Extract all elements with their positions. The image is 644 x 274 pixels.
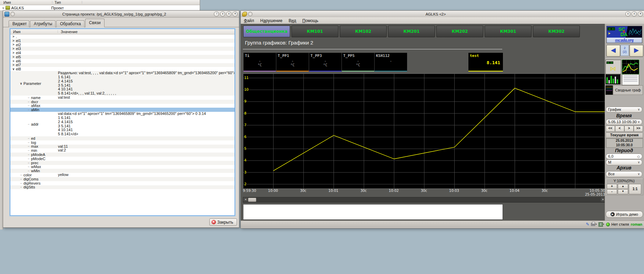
tree-row-el2[interactable]: >el2 bbox=[10, 43, 235, 47]
close-button[interactable]: ✕ Закрыть bbox=[209, 218, 237, 226]
tab-связи[interactable]: Связи bbox=[85, 19, 105, 27]
window-menu-icon[interactable] bbox=[248, 12, 252, 16]
legend-cell-ti[interactable]: Ti-°C bbox=[244, 53, 276, 71]
scroll-left-icon[interactable]: ◂ bbox=[243, 197, 248, 202]
tree-row-wMax[interactable]: −wMax bbox=[10, 165, 235, 169]
tree-row-pModeC[interactable]: −pModeC bbox=[10, 157, 235, 161]
station-tab-км201[interactable]: КМ201 bbox=[388, 26, 435, 37]
summary-graphs-button[interactable]: Сводные граф bbox=[613, 85, 643, 95]
expander-closed-icon[interactable]: > bbox=[12, 43, 15, 46]
window-menu-icon[interactable] bbox=[10, 12, 15, 16]
menu-файл[interactable]: Файл bbox=[241, 18, 257, 23]
shift-down-button[interactable]: ▼ bbox=[618, 189, 628, 194]
tree-row-digComs[interactable]: −digComs bbox=[10, 177, 235, 181]
one-to-one-button[interactable]: 1:1 bbox=[629, 184, 641, 194]
play-demo-button[interactable]: ▶ Играть демо bbox=[606, 211, 643, 218]
station-tab-км102[interactable]: КМ102 bbox=[340, 26, 387, 37]
tree-row-digRevers[interactable]: −digRevers bbox=[10, 181, 235, 185]
tree-row-el7[interactable]: >el7 bbox=[10, 63, 235, 67]
archive-select[interactable]: Все ∨ bbox=[606, 171, 642, 177]
prev-page-button[interactable]: ◀ bbox=[606, 45, 620, 57]
legend-cell-t_pp5[interactable]: T_PP5-°C bbox=[342, 53, 375, 71]
chart-horizontal-scrollbar[interactable]: ◂ ▸ bbox=[243, 197, 606, 203]
message-strip[interactable] bbox=[243, 204, 503, 220]
tree-row-addr[interactable]: −addrval:data:<d s="1" aprox="1" tm="136… bbox=[10, 112, 235, 136]
menu-нарушение[interactable]: Нарушение bbox=[257, 18, 286, 23]
runtime-titlebar[interactable]: AGLKS <2> ∨∧✕ bbox=[241, 11, 644, 18]
expander-closed-icon[interactable]: > bbox=[12, 59, 15, 63]
station-tab-общестанционка[interactable]: Общестанционка bbox=[243, 26, 290, 37]
tree-row-min[interactable]: −minval:2 bbox=[10, 148, 235, 153]
style-brush-icon[interactable]: ✎ bbox=[586, 222, 589, 227]
legend-cell-t_pp3[interactable]: T_PP3-°C bbox=[309, 53, 342, 71]
editor-help-icon[interactable]: ? bbox=[214, 11, 219, 17]
menu-вид[interactable]: Вид bbox=[286, 18, 299, 23]
print-button[interactable]: ▾ bbox=[591, 223, 597, 226]
legend-cell-ksh112[interactable]: KSH112- bbox=[375, 53, 407, 71]
expander-closed-icon[interactable]: > bbox=[12, 35, 15, 38]
expander-open-icon[interactable]: ∨ bbox=[19, 82, 23, 85]
spinner-icon[interactable]: ◇ bbox=[637, 154, 640, 159]
tree-row-aMin[interactable]: −aMin bbox=[10, 108, 235, 112]
station-tab-км101[interactable]: КМ101 bbox=[291, 26, 338, 37]
zoom-out-button[interactable]: - bbox=[607, 189, 617, 194]
tree-row-ed[interactable]: −ed bbox=[10, 136, 235, 140]
tree-row-Parameter[interactable]: ∨ParameterРаздельно: val:test, , , , val… bbox=[10, 71, 235, 96]
runtime-minimize-icon[interactable]: ∨ bbox=[625, 11, 631, 17]
forward-button[interactable]: > bbox=[624, 126, 634, 132]
tree-row-pModeA[interactable]: −pModeA bbox=[10, 153, 235, 157]
mini-trend-thumbnail[interactable] bbox=[605, 85, 613, 95]
dev-tree-row-aglks[interactable]: ∨ AGLKS Проект bbox=[0, 5, 200, 10]
menu-помощь[interactable]: Помощь bbox=[299, 18, 321, 23]
back-button[interactable]: < bbox=[615, 126, 624, 132]
tree-row-el1[interactable]: >el1 bbox=[10, 39, 235, 43]
trend-thumbnail-button[interactable] bbox=[622, 60, 639, 74]
expander-open-icon[interactable]: ∨ bbox=[12, 67, 15, 71]
expander-closed-icon[interactable]: > bbox=[12, 47, 15, 50]
zoom-in-button[interactable]: + bbox=[607, 184, 617, 189]
tree-row-digStts[interactable]: −digStts bbox=[10, 185, 235, 189]
runtime-maximize-icon[interactable]: ∧ bbox=[632, 11, 637, 17]
tree-row-dscr[interactable]: −dscr bbox=[10, 100, 235, 104]
column-separator[interactable]: ⁞ bbox=[57, 30, 61, 33]
period-unit-select[interactable]: М ∨ bbox=[606, 159, 642, 165]
tree-row-log[interactable]: −log bbox=[10, 140, 235, 145]
editor-titlebar[interactable]: Страница проекта: /prj_AGLKS/pg_so/pg_1/… bbox=[3, 11, 239, 18]
period-spinner[interactable]: 6,0 ◇ bbox=[606, 154, 642, 159]
tree-row-[interactable]: >. bbox=[10, 35, 235, 39]
tree-row-wMin[interactable]: −wMin bbox=[10, 169, 235, 173]
tree-row-el4[interactable]: >el4 bbox=[10, 51, 235, 55]
tree-row-max[interactable]: −maxval:11 bbox=[10, 145, 235, 149]
tree-row-el5[interactable]: >el5 bbox=[10, 55, 235, 59]
expander-closed-icon[interactable]: > bbox=[12, 39, 15, 42]
expander-icon[interactable]: ∨ bbox=[0, 6, 6, 10]
next-page-button[interactable]: ▶ bbox=[630, 45, 643, 57]
column-separator[interactable]: ⁞ bbox=[81, 1, 84, 4]
tab-атрибуты[interactable]: Атрибуты bbox=[30, 20, 56, 27]
tree-row-name[interactable]: −nameval:test bbox=[10, 96, 235, 100]
expander-closed-icon[interactable]: > bbox=[12, 55, 15, 59]
document-thumbnail-button[interactable] bbox=[622, 74, 639, 85]
mnemo-thumbnail-button[interactable]: 10.95 ⋈ bbox=[605, 60, 621, 74]
bars-thumbnail-button[interactable] bbox=[605, 74, 621, 85]
station-tab-км301[interactable]: КМ301 bbox=[485, 26, 532, 37]
tree-row-el6[interactable]: >el6 bbox=[10, 59, 235, 63]
tree-row-prec[interactable]: −prec bbox=[10, 161, 235, 165]
station-tab-км302[interactable]: КМ302 bbox=[533, 26, 580, 37]
time-select[interactable]: 5.05.13 10:05:30 ∨ bbox=[606, 119, 642, 125]
shift-up-button[interactable]: ▲ bbox=[618, 184, 628, 189]
editor-minimize-icon[interactable]: ∨ bbox=[220, 11, 225, 17]
tab-обработка[interactable]: Обработка bbox=[56, 20, 85, 27]
export-button[interactable]: ↥▾ bbox=[598, 222, 604, 227]
fast-forward-button[interactable]: >> bbox=[634, 126, 643, 132]
view-select[interactable]: График ∨ bbox=[606, 107, 642, 112]
column-separator[interactable]: ⁞ bbox=[52, 1, 55, 4]
oscada-logo[interactable]: 10.93 ➤ SC & DA oscada.org bbox=[606, 26, 642, 43]
editor-close-icon[interactable]: ✕ bbox=[232, 11, 238, 17]
editor-maximize-icon[interactable]: ∧ bbox=[226, 11, 231, 17]
tree-row-el8[interactable]: ∨el8 bbox=[10, 67, 235, 71]
tab-виджет[interactable]: Виджет bbox=[9, 20, 29, 27]
legend-cell-t_pp1[interactable]: T_PP1-°C bbox=[276, 53, 309, 71]
fast-back-button[interactable]: << bbox=[606, 126, 615, 132]
tree-row-aMax[interactable]: −aMax bbox=[10, 104, 235, 108]
